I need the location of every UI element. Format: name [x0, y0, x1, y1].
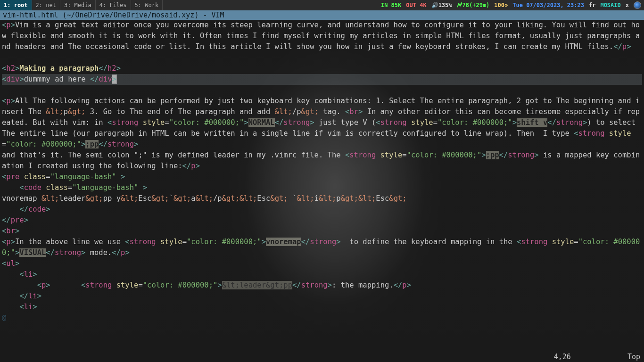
buffer-line[interactable]: </li> — [2, 291, 642, 302]
launcher-icon[interactable] — [634, 1, 641, 9]
workspace-tab-4[interactable]: 4: Files — [96, 0, 131, 10]
brand-label: MOSAID — [600, 2, 620, 8]
vim-buffer[interactable]: <p>Vim is a great text editor once you o… — [0, 20, 644, 323]
net-out-indicator: OUT 4K — [406, 2, 426, 8]
battery-indicator: 🗲78(+29m) — [457, 2, 490, 8]
vim-window[interactable]: vim-html.html (~/OneDrive/OneDrive/mosai… — [0, 10, 644, 362]
buffer-line[interactable]: <div>dummmy ad here </div> — [2, 74, 642, 85]
vim-ruler: 4,26 Top — [554, 353, 640, 361]
cpu-indicator: 100⚙ — [494, 2, 508, 8]
buffer-line[interactable]: <ul> — [2, 258, 642, 269]
buffer-line[interactable] — [2, 52, 642, 63]
buffer-line[interactable]: <code class="language-bash" > — [2, 182, 642, 193]
workspace-tab-2[interactable]: 2: net — [32, 0, 60, 10]
buffer-line[interactable]: <li> — [2, 302, 642, 313]
buffer-line[interactable]: <pre class="language-bash" > — [2, 172, 642, 182]
buffer-line[interactable]: <br> — [2, 226, 642, 237]
buffer-line[interactable]: and that's it. The semi colon ";" is my … — [2, 150, 642, 172]
end-of-buffer-marker: @ — [2, 313, 642, 323]
buffer-line[interactable] — [2, 85, 642, 96]
clock: Tue 07/03/2023, 23:23 — [512, 2, 584, 8]
buffer-line[interactable]: vnoremap &lt;leader&gt;pp y&lt;Esc&gt;`&… — [2, 193, 642, 204]
close-icon[interactable]: x — [626, 2, 629, 8]
buffer-line[interactable]: <li> — [2, 269, 642, 280]
vim-titlebar: vim-html.html (~/OneDrive/OneDrive/mosai… — [0, 10, 644, 20]
status-bar: 1: root 2: net 3: Media 4: Files 5: Work… — [0, 0, 644, 10]
buffer-line[interactable]: <p>In the above line we use <strong styl… — [2, 237, 642, 258]
workspace-tabs: 1: root 2: net 3: Media 4: Files 5: Work — [0, 0, 163, 10]
buffer-line[interactable]: <h2>Making a paragraph</h2> — [2, 63, 642, 74]
ruler-position: 4,26 — [554, 353, 571, 361]
workspace-tab-1[interactable]: 1: root — [0, 0, 32, 10]
buffer-line[interactable]: <p>All The following actions can be perf… — [2, 96, 642, 150]
workspace-tab-3[interactable]: 3: Media — [60, 0, 96, 10]
keyboard-layout[interactable]: fr — [589, 2, 595, 8]
buffer-line[interactable]: <p>Vim is a great text editor once you o… — [2, 20, 642, 52]
workspace-tab-5[interactable]: 5: Work — [131, 0, 163, 10]
status-right: IN 85K OUT 4K 🔊135% 🗲78(+29m) 100⚙ Tue 0… — [381, 1, 644, 9]
buffer-line[interactable]: <p> <strong style="color: #000000;">&lt;… — [2, 280, 642, 291]
volume-indicator[interactable]: 🔊135% — [431, 2, 452, 8]
buffer-line[interactable]: </code> — [2, 204, 642, 215]
ruler-scroll: Top — [627, 353, 640, 361]
net-in-indicator: IN 85K — [381, 2, 401, 8]
buffer-line[interactable]: </pre> — [2, 215, 642, 226]
